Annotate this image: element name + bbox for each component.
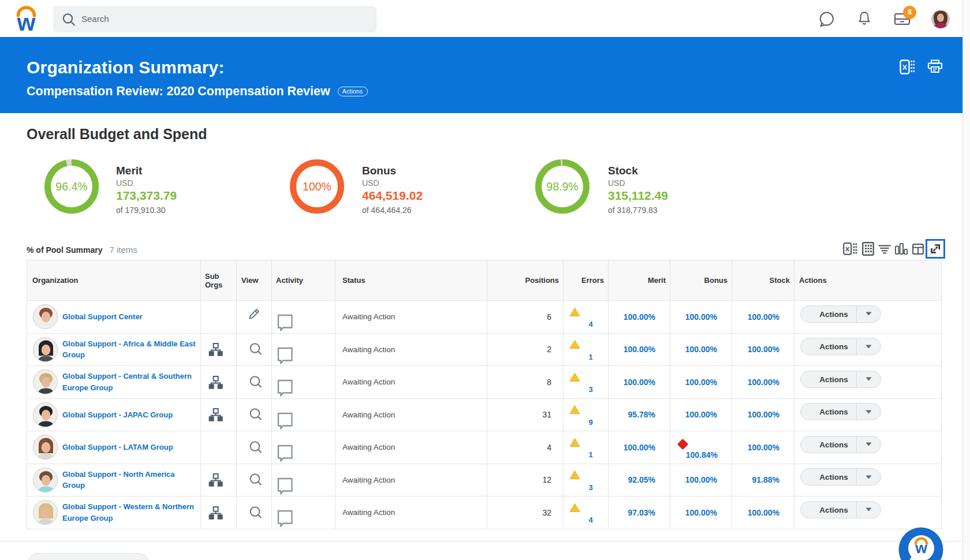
- svg-text:w: w: [915, 539, 927, 557]
- svg-text:w: w: [17, 9, 36, 33]
